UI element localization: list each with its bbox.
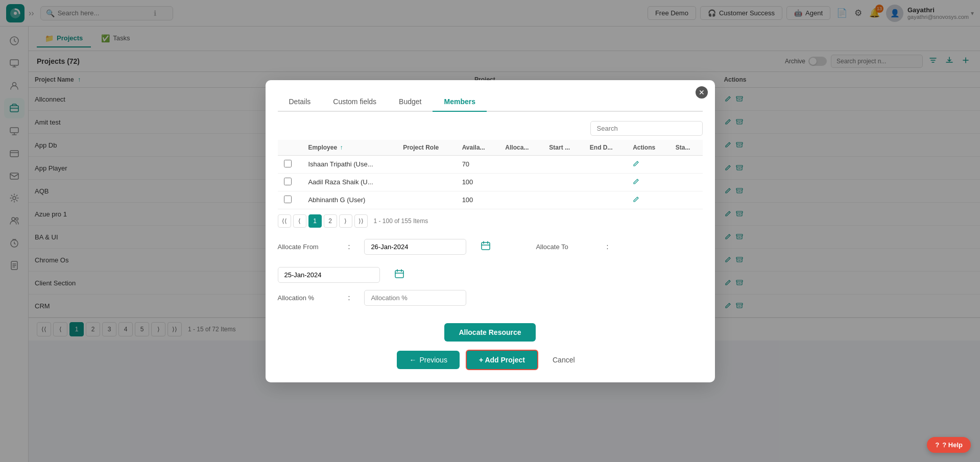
mpg-info: 1 - 100 of 155 Items xyxy=(374,217,428,225)
svg-rect-25 xyxy=(395,271,403,278)
member-checkbox[interactable] xyxy=(284,178,292,185)
member-actions-cell xyxy=(627,173,670,191)
allocate-resource-button[interactable]: Allocate Resource xyxy=(444,323,535,342)
member-allocation-cell xyxy=(499,173,543,191)
allocate-from-input[interactable] xyxy=(364,239,466,255)
col-end: End D... xyxy=(584,140,627,156)
member-row: Ishaan Tripathi (Use... 70 xyxy=(278,155,703,173)
member-start-cell xyxy=(543,191,583,209)
mpg-first[interactable]: ⟨⟨ xyxy=(278,214,291,228)
member-row: Abhinanth G (User) 100 xyxy=(278,191,703,209)
mpg-2[interactable]: 2 xyxy=(324,214,337,228)
member-checkbox-cell xyxy=(278,191,302,209)
allocation-pct-input[interactable] xyxy=(364,290,466,306)
member-role-cell xyxy=(397,155,456,173)
member-edit-button[interactable] xyxy=(633,178,640,186)
member-status-cell xyxy=(670,173,703,191)
previous-button[interactable]: ← Previous xyxy=(397,351,459,369)
member-edit-button[interactable] xyxy=(633,160,640,168)
help-button[interactable]: ? ? Help xyxy=(927,437,971,453)
mpg-last[interactable]: ⟩⟩ xyxy=(354,214,368,228)
col-checkbox xyxy=(278,140,302,156)
member-availability-cell: 100 xyxy=(456,173,499,191)
allocation-pct-row: Allocation % : xyxy=(278,290,703,306)
modal-close-button[interactable]: ✕ xyxy=(696,86,708,99)
employee-sort-icon[interactable]: ↑ xyxy=(340,144,343,151)
allocate-from-row: Allocate From : Allocate To : xyxy=(278,239,703,283)
member-actions-cell xyxy=(627,191,670,209)
allocate-from-calendar-button[interactable] xyxy=(481,240,491,253)
member-actions-cell xyxy=(627,155,670,173)
modal-tabs: Details Custom fields Budget Members xyxy=(278,92,703,112)
member-start-cell xyxy=(543,173,583,191)
member-row: Aadil Raza Shaik (U... 100 xyxy=(278,173,703,191)
member-employee-cell: Abhinanth G (User) xyxy=(302,191,397,209)
col-project-role: Project Role xyxy=(397,140,456,156)
svg-rect-24 xyxy=(482,242,490,250)
add-project-button[interactable]: + Add Project xyxy=(466,350,538,370)
modal-tab-budget[interactable]: Budget xyxy=(388,92,433,112)
col-employee: Employee ↑ xyxy=(302,140,397,156)
member-end-cell xyxy=(584,155,627,173)
member-checkbox-cell xyxy=(278,173,302,191)
member-checkbox[interactable] xyxy=(284,160,292,167)
members-search-input[interactable] xyxy=(590,121,703,136)
allocation-pct-label: Allocation % xyxy=(278,294,334,302)
member-end-cell xyxy=(584,191,627,209)
col-start: Start ... xyxy=(543,140,583,156)
col-actions: Actions xyxy=(627,140,670,156)
member-checkbox[interactable] xyxy=(284,196,292,203)
allocate-to-label: Allocate To xyxy=(536,243,592,251)
member-role-cell xyxy=(397,173,456,191)
member-allocation-cell xyxy=(499,155,543,173)
allocate-to-calendar-button[interactable] xyxy=(394,269,404,281)
col-allocation: Alloca... xyxy=(499,140,543,156)
member-end-cell xyxy=(584,173,627,191)
modal-tab-custom-fields[interactable]: Custom fields xyxy=(322,92,388,112)
member-start-cell xyxy=(543,155,583,173)
mpg-1[interactable]: 1 xyxy=(308,214,322,228)
member-employee-cell: Aadil Raza Shaik (U... xyxy=(302,173,397,191)
modal-bottom-row: ← Previous + Add Project Cancel xyxy=(278,350,703,370)
member-availability-cell: 100 xyxy=(456,191,499,209)
mpg-prev[interactable]: ⟨ xyxy=(293,214,306,228)
col-availability: Availa... xyxy=(456,140,499,156)
member-edit-button[interactable] xyxy=(633,196,640,204)
member-status-cell xyxy=(670,191,703,209)
modal-tab-members[interactable]: Members xyxy=(433,92,486,112)
member-allocation-cell xyxy=(499,191,543,209)
allocate-to-input[interactable] xyxy=(278,267,380,283)
member-availability-cell: 70 xyxy=(456,155,499,173)
members-pagination: ⟨⟨ ⟨ 1 2 ⟩ ⟩⟩ 1 - 100 of 155 Items xyxy=(278,209,703,233)
prev-arrow-icon: ← xyxy=(409,356,416,364)
modal-tab-details[interactable]: Details xyxy=(278,92,322,112)
cancel-button[interactable]: Cancel xyxy=(544,351,583,369)
modal-search-row xyxy=(278,121,703,136)
allocate-from-label: Allocate From xyxy=(278,243,334,251)
member-status-cell xyxy=(670,155,703,173)
member-role-cell xyxy=(397,191,456,209)
help-icon: ? xyxy=(935,441,939,449)
project-modal: ✕ Details Custom fields Budget Members E… xyxy=(266,80,715,382)
allocate-form: Allocate From : Allocate To : Allocation… xyxy=(278,233,703,319)
modal-overlay[interactable]: ✕ Details Custom fields Budget Members E… xyxy=(0,0,980,462)
member-checkbox-cell xyxy=(278,155,302,173)
col-status: Sta... xyxy=(670,140,703,156)
members-table: Employee ↑ Project Role Availa... Alloca… xyxy=(278,140,703,209)
mpg-next[interactable]: ⟩ xyxy=(339,214,352,228)
member-employee-cell: Ishaan Tripathi (Use... xyxy=(302,155,397,173)
